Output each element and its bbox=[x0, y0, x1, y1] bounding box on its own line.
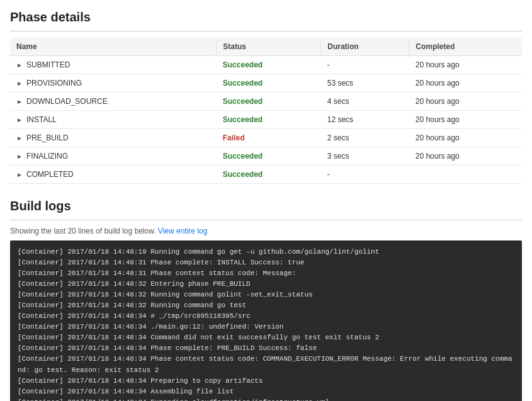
phase-status-cell: Succeeded bbox=[217, 147, 321, 166]
log-line: [Container] 2017/01/18 14:48:34 Command … bbox=[18, 332, 514, 343]
phase-completed-cell: 20 hours ago bbox=[409, 56, 522, 74]
expand-arrow[interactable]: ► bbox=[16, 98, 23, 105]
status-badge: Succeeded bbox=[223, 170, 263, 179]
phase-completed-cell: 20 hours ago bbox=[409, 93, 522, 111]
status-badge: Succeeded bbox=[223, 152, 263, 161]
col-header-name: Name bbox=[10, 38, 217, 56]
phase-name: SUBMITTED bbox=[26, 60, 70, 69]
build-logs-divider bbox=[10, 220, 522, 220]
log-line: [Container] 2017/01/18 14:48:34 Phase co… bbox=[18, 354, 514, 375]
phase-duration-cell: 2 secs bbox=[321, 129, 409, 147]
log-line: [Container] 2017/01/18 14:48:31 Phase co… bbox=[18, 257, 514, 268]
table-row: ► SUBMITTED Succeeded-20 hours ago bbox=[10, 56, 522, 74]
view-entire-log-link[interactable]: View entire log bbox=[158, 227, 208, 235]
status-badge: Succeeded bbox=[223, 97, 263, 106]
log-line: [Container] 2017/01/18 14:48:32 Running … bbox=[18, 290, 514, 300]
phase-name-cell: ► COMPLETED bbox=[10, 166, 217, 184]
build-logs-title: Build logs bbox=[10, 199, 522, 213]
status-badge: Succeeded bbox=[223, 60, 263, 69]
phase-status-cell: Succeeded bbox=[217, 74, 321, 93]
phase-name-cell: ► FINALIZING bbox=[10, 147, 217, 166]
build-logs-intro: Showing the last 20 lines of build log b… bbox=[10, 227, 522, 235]
table-row: ► PRE_BUILD Failed2 secs20 hours ago bbox=[10, 129, 522, 147]
phase-duration-cell: - bbox=[321, 56, 409, 74]
phase-name: DOWNLOAD_SOURCE bbox=[26, 97, 108, 106]
phase-name-cell: ► SUBMITTED bbox=[10, 56, 217, 74]
col-header-status: Status bbox=[217, 38, 321, 56]
phase-status-cell: Succeeded bbox=[217, 56, 321, 74]
log-line: [Container] 2017/01/18 14:48:34 Phase co… bbox=[18, 343, 514, 354]
phase-name-cell: ► PRE_BUILD bbox=[10, 129, 217, 147]
col-header-completed: Completed bbox=[409, 38, 522, 56]
phase-details-table: Name Status Duration Completed ► SUBMITT… bbox=[10, 38, 522, 184]
table-row: ► DOWNLOAD_SOURCE Succeeded4 secs20 hour… bbox=[10, 93, 522, 111]
phase-status-cell: Succeeded bbox=[217, 93, 321, 111]
phase-details-title: Phase details bbox=[10, 10, 522, 25]
table-row: ► COMPLETED Succeeded- bbox=[10, 166, 522, 184]
log-line: [Container] 2017/01/18 14:48:34 # _/tmp/… bbox=[18, 311, 514, 322]
table-row: ► INSTALL Succeeded12 secs20 hours ago bbox=[10, 111, 522, 129]
expand-arrow[interactable]: ► bbox=[16, 62, 23, 69]
log-container: [Container] 2017/01/18 14:48:19 Running … bbox=[10, 240, 522, 401]
status-badge: Succeeded bbox=[223, 79, 263, 88]
phase-status-cell: Failed bbox=[217, 129, 321, 147]
expand-arrow[interactable]: ► bbox=[16, 80, 23, 87]
phase-completed-cell: 20 hours ago bbox=[409, 111, 522, 129]
phase-name: PROVISIONING bbox=[26, 79, 82, 88]
status-badge: Succeeded bbox=[223, 115, 263, 124]
phase-status-cell: Succeeded bbox=[217, 166, 321, 184]
phase-completed-cell: 20 hours ago bbox=[409, 129, 522, 147]
log-line: [Container] 2017/01/18 14:48:34 Preparin… bbox=[18, 376, 514, 387]
expand-arrow[interactable]: ► bbox=[16, 153, 23, 160]
phase-name-cell: ► INSTALL bbox=[10, 111, 217, 129]
log-line: [Container] 2017/01/18 14:48:34 ./main.g… bbox=[18, 322, 514, 332]
phase-status-cell: Succeeded bbox=[217, 111, 321, 129]
table-row: ► FINALIZING Succeeded3 secs20 hours ago bbox=[10, 147, 522, 166]
phase-name: COMPLETED bbox=[26, 170, 74, 179]
phase-completed-cell bbox=[409, 166, 522, 184]
expand-arrow[interactable]: ► bbox=[16, 171, 23, 178]
phase-completed-cell: 20 hours ago bbox=[409, 74, 522, 93]
log-line: [Container] 2017/01/18 14:48:32 Entering… bbox=[18, 279, 514, 290]
table-header-row: Name Status Duration Completed bbox=[10, 38, 522, 56]
log-line: [Container] 2017/01/18 14:48:34 Expandin… bbox=[18, 397, 514, 401]
status-badge: Failed bbox=[223, 133, 245, 142]
phase-duration-cell: 3 secs bbox=[321, 147, 409, 166]
phase-completed-cell: 20 hours ago bbox=[409, 147, 522, 166]
phase-name: FINALIZING bbox=[26, 152, 68, 161]
phase-details-divider bbox=[10, 31, 522, 31]
phase-name-cell: ► PROVISIONING bbox=[10, 74, 217, 93]
phase-name: INSTALL bbox=[26, 115, 57, 124]
expand-arrow[interactable]: ► bbox=[16, 116, 23, 123]
log-line: [Container] 2017/01/18 14:48:32 Running … bbox=[18, 300, 514, 311]
phase-duration-cell: 4 secs bbox=[321, 93, 409, 111]
log-line: [Container] 2017/01/18 14:48:31 Phase co… bbox=[18, 268, 514, 279]
log-line: [Container] 2017/01/18 14:48:19 Running … bbox=[18, 247, 514, 257]
phase-duration-cell: 53 secs bbox=[321, 74, 409, 93]
table-row: ► PROVISIONING Succeeded53 secs20 hours … bbox=[10, 74, 522, 93]
phase-duration-cell: - bbox=[321, 166, 409, 184]
log-line: [Container] 2017/01/18 14:48:34 Assembli… bbox=[18, 387, 514, 397]
phase-name: PRE_BUILD bbox=[26, 133, 69, 142]
col-header-duration: Duration bbox=[321, 38, 409, 56]
phase-name-cell: ► DOWNLOAD_SOURCE bbox=[10, 93, 217, 111]
phase-duration-cell: 12 secs bbox=[321, 111, 409, 129]
expand-arrow[interactable]: ► bbox=[16, 135, 23, 142]
